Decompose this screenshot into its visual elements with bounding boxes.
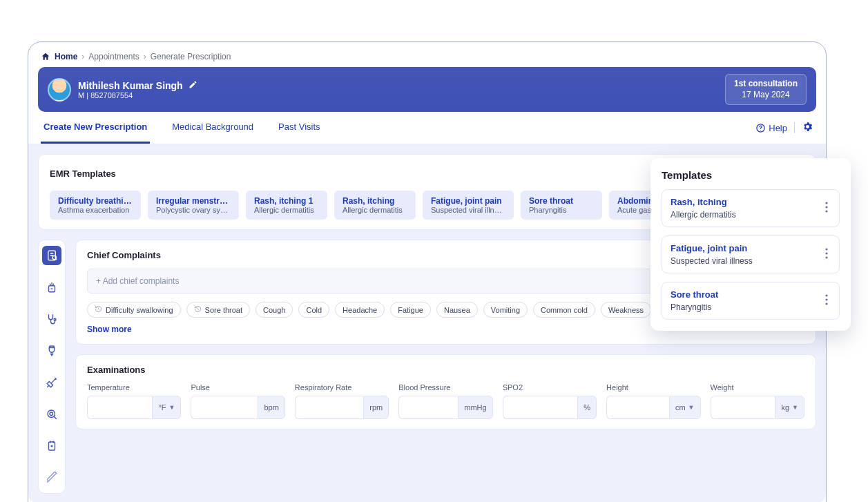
kebab-menu-icon[interactable] [822, 291, 831, 311]
nav-injection[interactable] [42, 373, 61, 392]
exam-input-resp[interactable] [295, 396, 363, 419]
complaint-chip[interactable]: Weakness [601, 302, 651, 318]
template-title: Sore throat [529, 196, 594, 206]
history-icon [194, 305, 202, 314]
exam-label: Temperature [87, 383, 181, 392]
home-icon [41, 52, 50, 61]
exam-input-spo2[interactable] [503, 396, 578, 419]
exam-input-temperature[interactable] [87, 396, 152, 419]
unit-selector[interactable]: cm ▼ [669, 396, 701, 419]
kebab-menu-icon[interactable] [822, 245, 831, 264]
exam-input-height[interactable] [606, 396, 669, 419]
nav-medication[interactable] [42, 341, 61, 360]
exam-input-pulse[interactable] [191, 396, 258, 419]
exam-label: Respiratory Rate [295, 383, 389, 392]
svg-point-1 [760, 130, 761, 131]
template-subtitle: Allergic dermatitis [254, 206, 319, 214]
template-popup-card[interactable]: Sore throatPharyngitis [662, 282, 840, 320]
svg-point-16 [825, 256, 827, 258]
exam-input-weight[interactable] [711, 396, 775, 419]
exam-field-resp: Respiratory Raterpm [295, 383, 389, 419]
exam-label: Blood Pressure [398, 383, 492, 392]
complaint-chip-history[interactable]: Sore throat [186, 302, 250, 318]
exam-label: SPO2 [503, 383, 597, 392]
complaint-chip[interactable]: Vomiting [483, 302, 528, 318]
app-frame: Home › Appointments › Generate Prescript… [28, 41, 827, 502]
template-title: Difficulty breathin... [58, 196, 133, 206]
template-subtitle: Asthma exacerbation [58, 206, 133, 214]
patient-bar: Mithilesh Kumar Singh M | 8527087554 1st… [38, 67, 816, 112]
complaint-chip[interactable]: Nausea [436, 302, 478, 318]
template-subtitle: Allergic dermatitis [343, 206, 407, 214]
template-title: Irregular menstru... [156, 196, 231, 206]
emr-template-chip[interactable]: Rash, itchingAllergic dermatitis [334, 191, 416, 220]
nav-investigation[interactable] [42, 405, 61, 424]
svg-point-6 [54, 318, 56, 320]
emr-template-chip[interactable]: Fatigue, joint painSuspected viral illne… [423, 191, 514, 220]
nav-chief-complaints[interactable] [42, 246, 61, 265]
nav-notes[interactable] [42, 436, 61, 456]
exam-field-bp: Blood PressuremmHg [398, 383, 492, 419]
tab-create-prescription[interactable]: Create New Prescription [41, 112, 150, 144]
exam-label: Weight [711, 383, 804, 392]
examinations-title: Examinations [87, 365, 804, 375]
patient-meta: M | 8527087554 [78, 91, 197, 99]
emr-template-chip[interactable]: Sore throatPharyngitis [521, 191, 602, 220]
help-link[interactable]: Help [755, 123, 787, 133]
tab-medical-background[interactable]: Medical Background [169, 112, 256, 144]
svg-point-8 [50, 412, 53, 416]
nav-diagnosis[interactable] [42, 309, 61, 329]
complaint-chip[interactable]: Cold [298, 302, 329, 318]
templates-popup-title: Templates [662, 169, 840, 181]
settings-button[interactable] [802, 121, 813, 135]
emr-template-chip[interactable]: Difficulty breathin...Asthma exacerbatio… [50, 191, 141, 220]
exam-field-temperature: Temperature°F ▼ [87, 383, 181, 419]
unit-selector: rpm [363, 396, 389, 419]
template-popup-card[interactable]: Fatigue, joint painSuspected viral illne… [662, 235, 840, 273]
nav-advice[interactable] [42, 468, 61, 487]
popup-template-title: Fatigue, joint pain [671, 243, 753, 253]
svg-point-14 [825, 248, 827, 250]
breadcrumb-appointments[interactable]: Appointments [88, 52, 139, 61]
patient-name: Mithilesh Kumar Singh [78, 80, 183, 91]
popup-template-subtitle: Pharyngitis [671, 302, 718, 312]
examinations-card: Examinations Temperature°F ▼PulsebpmResp… [75, 354, 816, 429]
svg-point-17 [825, 294, 827, 296]
breadcrumb-home[interactable]: Home [55, 52, 77, 61]
exam-field-pulse: Pulsebpm [191, 383, 284, 419]
exam-field-spo2: SPO2% [503, 383, 597, 419]
tabs-row: Create New Prescription Medical Backgrou… [28, 112, 826, 144]
complaint-chip[interactable]: Headache [335, 302, 385, 318]
kebab-menu-icon[interactable] [822, 199, 831, 218]
emr-template-chip[interactable]: Irregular menstru...Polycystic ovary syn… [148, 191, 239, 220]
svg-point-19 [825, 302, 827, 305]
chevron-down-icon: ▼ [688, 404, 695, 411]
nav-vitals[interactable] [42, 278, 61, 297]
popup-template-title: Sore throat [671, 289, 718, 300]
svg-point-11 [825, 202, 827, 204]
complaint-chip-history[interactable]: Difficulty swallowing [87, 302, 181, 318]
breadcrumb: Home › Appointments › Generate Prescript… [28, 42, 826, 67]
unit-selector[interactable]: °F ▼ [152, 396, 181, 419]
tab-past-visits[interactable]: Past Visits [276, 112, 322, 144]
template-subtitle: Suspected viral illness [431, 206, 505, 214]
exam-input-bp[interactable] [398, 396, 458, 419]
exam-label: Height [606, 383, 700, 392]
avatar [48, 78, 71, 102]
popup-template-title: Rash, itching [671, 197, 736, 207]
emr-template-chip[interactable]: Rash, itching 1Allergic dermatitis [246, 191, 327, 220]
chevron-right-icon: › [81, 52, 84, 61]
popup-template-subtitle: Allergic dermatitis [671, 210, 736, 220]
history-icon [95, 305, 102, 314]
complaint-chip[interactable]: Common cold [533, 302, 595, 318]
complaint-chip[interactable]: Cough [255, 302, 293, 318]
chevron-down-icon: ▼ [169, 404, 175, 411]
emr-title: EMR Templates [50, 168, 116, 179]
chevron-right-icon: › [144, 52, 146, 61]
template-popup-card[interactable]: Rash, itchingAllergic dermatitis [662, 189, 840, 227]
edit-icon[interactable] [189, 80, 197, 91]
unit-selector[interactable]: kg ▼ [775, 396, 804, 419]
complaint-chip[interactable]: Fatigue [390, 302, 431, 318]
template-title: Fatigue, joint pain [431, 196, 505, 206]
template-subtitle: Polycystic ovary syndr... [156, 206, 231, 214]
